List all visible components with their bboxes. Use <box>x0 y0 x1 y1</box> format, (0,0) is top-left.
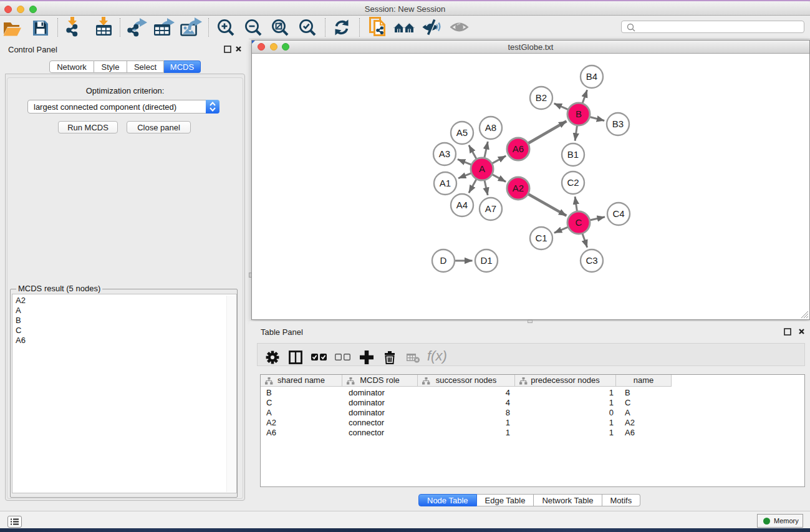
svg-text:A4: A4 <box>456 200 468 210</box>
svg-text:A: A <box>479 163 485 174</box>
svg-text:C4: C4 <box>612 208 624 219</box>
svg-text:C1: C1 <box>535 233 547 243</box>
svg-text:C2: C2 <box>567 177 579 188</box>
svg-text:A8: A8 <box>485 122 496 133</box>
svg-text:f(x): f(x) <box>427 349 447 364</box>
svg-text:C3: C3 <box>586 255 597 266</box>
svg-text:B1: B1 <box>567 149 579 160</box>
svg-text:B4: B4 <box>586 71 597 82</box>
svg-text:A1: A1 <box>440 178 451 188</box>
svg-text:A7: A7 <box>485 203 496 214</box>
svg-text:A2: A2 <box>513 183 524 193</box>
svg-text:B2: B2 <box>536 92 547 103</box>
svg-text:A3: A3 <box>439 148 450 159</box>
svg-text:A6: A6 <box>513 143 524 154</box>
svg-text:B3: B3 <box>612 118 624 129</box>
svg-text:D1: D1 <box>480 255 492 266</box>
svg-text:D: D <box>440 255 447 266</box>
svg-text:B: B <box>576 109 582 119</box>
svg-text:C: C <box>576 217 582 228</box>
svg-text:A5: A5 <box>456 127 468 138</box>
